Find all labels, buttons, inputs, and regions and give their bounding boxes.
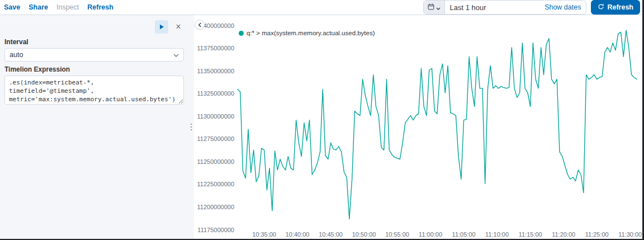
top-toolbar: Save Share Inspect Refresh Last 1 hour S… [0, 0, 642, 15]
timelion-app: Save Share Inspect Refresh Last 1 hour S… [0, 0, 642, 239]
svg-text:11175000000: 11175000000 [197, 227, 234, 233]
sidebar-actions: × [4, 20, 184, 34]
svg-text:11250000000: 11250000000 [197, 158, 234, 165]
svg-text:11:30:00: 11:30:00 [618, 231, 642, 238]
refresh-button-label: Refresh [607, 3, 633, 11]
svg-text:11:00:00: 11:00:00 [419, 231, 442, 238]
interval-label: Interval [4, 38, 184, 46]
svg-text:10:45:00: 10:45:00 [319, 231, 343, 238]
series-lines [238, 30, 637, 219]
chevron-down-icon [173, 51, 179, 59]
play-icon [159, 23, 164, 31]
timeseries-chart[interactable]: 1140000000011375000000113500000001132500… [194, 15, 642, 239]
chart-legend[interactable]: q:* > max(system.memory.actual.used.byte… [239, 30, 375, 36]
calendar-dropdown-button[interactable] [424, 1, 445, 14]
interval-value: auto [10, 51, 23, 59]
date-controls: Last 1 hour Show dates Refresh [423, 0, 640, 15]
legend-series-dot [239, 31, 244, 36]
svg-text:11225000000: 11225000000 [197, 181, 234, 187]
close-icon[interactable]: × [173, 21, 184, 32]
inspect-link: Inspect [56, 3, 79, 11]
svg-text:11:10:00: 11:10:00 [485, 231, 509, 238]
time-range-value[interactable]: Last 1 hour [445, 3, 539, 12]
refresh-link[interactable]: Refresh [87, 3, 113, 11]
svg-text:11:15:00: 11:15:00 [519, 231, 542, 238]
svg-text:11300000000: 11300000000 [197, 113, 234, 120]
vertical-dots-icon [191, 124, 192, 131]
svg-text:11200000000: 11200000000 [197, 204, 234, 210]
svg-text:10:50:00: 10:50:00 [352, 231, 376, 238]
svg-text:11:05:00: 11:05:00 [452, 231, 476, 238]
main-content: × Interval auto Timelion Expression .es(… [0, 15, 642, 239]
show-dates-link[interactable]: Show dates [539, 3, 586, 11]
svg-text:11:25:00: 11:25:00 [585, 231, 609, 238]
y-axis-tick-labels: 1140000000011375000000113500000001132500… [197, 22, 234, 233]
toolbar-links: Save Share Inspect Refresh [4, 3, 113, 11]
interval-select[interactable]: auto [4, 48, 184, 62]
svg-text:11350000000: 11350000000 [197, 68, 234, 74]
svg-text:11275000000: 11275000000 [197, 135, 234, 142]
refresh-query-button[interactable]: Refresh [591, 0, 640, 15]
chevron-left-icon [198, 21, 202, 29]
legend-series-label: q:* > max(system.memory.actual.used.byte… [247, 30, 375, 36]
svg-text:10:55:00: 10:55:00 [385, 231, 409, 238]
svg-text:10:40:00: 10:40:00 [286, 231, 310, 238]
chevron-down-icon [436, 3, 441, 12]
expression-label: Timelion Expression [4, 65, 184, 73]
panel-resizer-handle[interactable] [188, 15, 194, 239]
run-expression-button[interactable] [155, 20, 168, 34]
refresh-icon [598, 3, 604, 12]
svg-text:11:20:00: 11:20:00 [552, 231, 575, 238]
calendar-icon [428, 3, 434, 12]
svg-text:11325000000: 11325000000 [197, 90, 234, 97]
super-date-picker: Last 1 hour Show dates [423, 0, 586, 15]
svg-text:10:35:00: 10:35:00 [252, 231, 276, 238]
expression-sidebar: × Interval auto Timelion Expression .es(… [0, 15, 188, 239]
save-link[interactable]: Save [4, 3, 20, 11]
collapse-sidebar-button[interactable] [195, 20, 205, 30]
share-link[interactable]: Share [29, 3, 48, 11]
timelion-expression-input[interactable]: .es(index=metricbeat-*, timefield='@time… [4, 76, 184, 105]
chart-panel: q:* > max(system.memory.actual.used.byte… [194, 15, 642, 239]
x-axis-tick-labels: 10:35:0010:40:0010:45:0010:50:0010:55:00… [252, 231, 642, 238]
svg-text:11375000000: 11375000000 [197, 45, 234, 51]
